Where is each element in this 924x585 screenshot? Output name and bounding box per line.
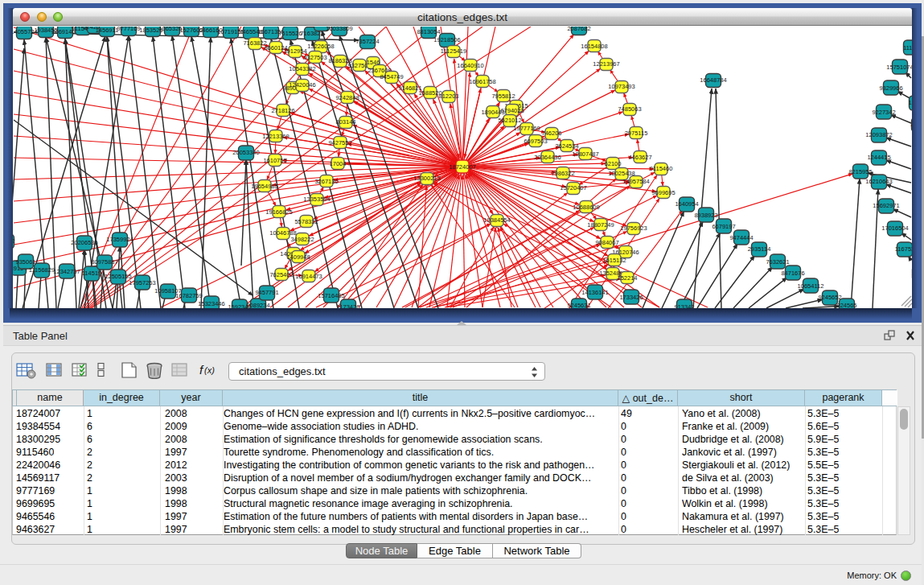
svg-text:15323446: 15323446: [198, 300, 224, 307]
svg-text:9329966: 9329966: [879, 84, 902, 92]
svg-text:19384554: 19384554: [483, 216, 510, 224]
svg-text:252214: 252214: [617, 274, 637, 282]
svg-text:7163822: 7163822: [243, 39, 266, 47]
svg-text:15751074: 15751074: [886, 64, 912, 71]
svg-text:1733426: 1733426: [619, 294, 643, 301]
svg-text:3624534: 3624534: [555, 142, 578, 150]
svg-text:114519: 114519: [82, 270, 101, 277]
svg-text:15720407: 15720407: [560, 184, 586, 192]
svg-text:12505155: 12505155: [105, 273, 131, 280]
svg-text:924565: 924565: [836, 302, 856, 308]
svg-text:12274: 12274: [909, 99, 912, 106]
svg-text:9327503: 9327503: [303, 54, 326, 61]
svg-text:1640954: 1640954: [675, 200, 698, 208]
svg-text:16210643: 16210643: [865, 178, 892, 185]
svg-text:12213369: 12213369: [262, 133, 289, 140]
svg-text:9089234: 9089234: [246, 302, 269, 308]
svg-text:812203: 812203: [438, 93, 458, 100]
svg-text:3267130: 3267130: [314, 178, 338, 185]
svg-text:7357224: 7357224: [355, 38, 379, 45]
svg-text:15716485: 15716485: [318, 292, 344, 299]
svg-text:12213967: 12213967: [593, 60, 619, 68]
svg-text:10654112: 10654112: [798, 282, 824, 290]
svg-text:19654985: 19654985: [251, 183, 277, 190]
svg-text:7625402: 7625402: [269, 271, 293, 278]
svg-text:9474444: 9474444: [729, 234, 753, 241]
svg-text:14957584: 14957584: [622, 178, 649, 185]
svg-text:803144: 803144: [335, 118, 355, 126]
svg-text:9457791: 9457791: [255, 289, 278, 296]
svg-text:19777169: 19777169: [513, 125, 540, 132]
svg-text:1244415: 1244415: [867, 154, 890, 161]
svg-text:9699695: 9699695: [651, 189, 675, 196]
svg-text:2718126: 2718126: [271, 107, 294, 114]
svg-text:11156829: 11156829: [29, 266, 55, 274]
svg-text:9427552: 9427552: [328, 139, 351, 146]
svg-text:11125: 11125: [903, 44, 912, 51]
svg-text:1456911: 1456911: [96, 27, 119, 34]
svg-text:30975887: 30975887: [91, 258, 117, 266]
svg-text:8454749: 8454749: [380, 73, 403, 80]
svg-text:7632621: 7632621: [766, 258, 789, 266]
svg-text:116753: 116753: [895, 245, 912, 253]
svg-text:10807487: 10807487: [572, 150, 598, 158]
svg-text:16640910: 16640910: [457, 62, 483, 69]
svg-text:17016504: 17016504: [881, 225, 908, 232]
svg-text:8813054: 8813054: [417, 28, 440, 35]
svg-text:1173426: 1173426: [337, 303, 360, 308]
svg-text:7955812: 7955812: [491, 93, 515, 100]
svg-text:16782759: 16782759: [175, 292, 202, 299]
svg-text:9777169: 9777169: [117, 27, 140, 32]
svg-text:5621012: 5621012: [498, 117, 521, 124]
svg-text:16154808: 16154808: [581, 43, 607, 50]
svg-text:1409948: 1409948: [286, 253, 310, 261]
svg-text:20206536: 20206536: [71, 239, 97, 246]
svg-text:2087682: 2087682: [567, 27, 590, 32]
svg-text:19756923: 19756923: [620, 225, 647, 232]
svg-text:12093872: 12093872: [865, 131, 892, 138]
svg-text:9242848: 9242848: [335, 94, 359, 101]
svg-text:18807249: 18807249: [587, 221, 614, 229]
svg-text:9084067: 9084067: [595, 239, 618, 246]
svg-text:11125419: 11125419: [441, 47, 466, 55]
svg-text:14136141: 14136141: [581, 289, 608, 296]
svg-text:12342737: 12342737: [53, 268, 80, 275]
svg-text:9115460: 9115460: [650, 165, 673, 172]
svg-text:17004: 17004: [330, 160, 347, 167]
svg-text:1615132: 1615132: [602, 257, 626, 264]
svg-text:935061: 935061: [15, 258, 35, 266]
svg-text:9245652: 9245652: [818, 294, 841, 301]
svg-text:5578332: 5578332: [294, 218, 318, 225]
svg-text:(x): (x): [204, 365, 215, 375]
svg-text:8215955: 8215955: [848, 168, 872, 175]
svg-text:8938923: 8938923: [694, 212, 717, 219]
svg-text:16648784: 16648784: [700, 76, 726, 84]
svg-text:6794023: 6794023: [500, 107, 524, 114]
svg-text:17957253: 17957253: [129, 279, 155, 286]
svg-text:7515526: 7515526: [278, 30, 302, 37]
svg-text:13226058: 13226058: [307, 43, 334, 50]
svg-text:2975115: 2975115: [625, 130, 648, 137]
svg-text:746206: 746206: [541, 130, 561, 137]
svg-text:19218506: 19218506: [433, 36, 460, 43]
svg-text:17359924: 17359924: [106, 236, 133, 243]
svg-text:9245631: 9245631: [567, 302, 590, 308]
svg-text:13353594: 13353594: [303, 196, 330, 203]
svg-text:8471676: 8471676: [781, 270, 804, 277]
svg-text:2935114: 2935114: [748, 245, 771, 253]
svg-text:18724007: 18724007: [449, 163, 475, 171]
svg-text:19166825: 19166825: [265, 208, 292, 216]
svg-text:7986322: 7986322: [551, 170, 574, 177]
svg-text:7485063: 7485063: [618, 105, 641, 113]
svg-text:16914473: 16914473: [295, 273, 322, 280]
svg-text:6679197: 6679197: [712, 223, 735, 230]
svg-text:12420046: 12420046: [289, 81, 315, 89]
svg-text:75402: 75402: [13, 237, 14, 245]
svg-text:10688609: 10688609: [573, 204, 599, 211]
svg-text:9227342: 9227342: [872, 109, 895, 116]
svg-text:10543382: 10543382: [289, 65, 315, 72]
svg-text:913342: 913342: [674, 303, 694, 308]
svg-text:13300213: 13300213: [413, 175, 440, 182]
svg-text:20053340: 20053340: [232, 149, 259, 156]
svg-text:16961758: 16961758: [469, 78, 495, 85]
